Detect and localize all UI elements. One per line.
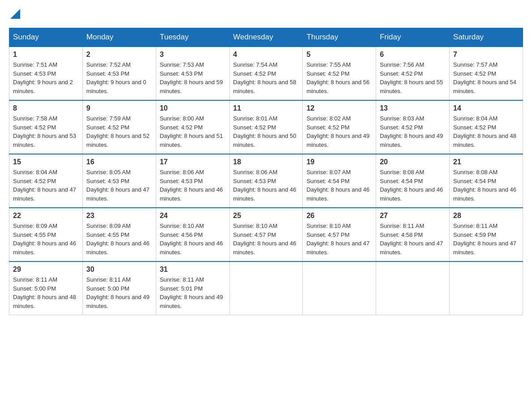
day-info: Sunrise: 8:09 AM Sunset: 4:55 PM Dayligh… [13, 222, 79, 257]
calendar-day-cell: 22 Sunrise: 8:09 AM Sunset: 4:55 PM Dayl… [9, 208, 83, 261]
calendar-empty-cell [450, 261, 523, 315]
calendar-day-cell: 18 Sunrise: 8:06 AM Sunset: 4:53 PM Dayl… [229, 154, 303, 208]
calendar-day-cell: 25 Sunrise: 8:10 AM Sunset: 4:57 PM Dayl… [229, 208, 303, 261]
sunset-label: Sunset: 4:53 PM [160, 178, 203, 184]
sunset-label: Sunset: 4:54 PM [380, 178, 423, 184]
sunrise-label: Sunrise: 8:11 AM [13, 276, 57, 283]
calendar-day-cell: 28 Sunrise: 8:11 AM Sunset: 4:59 PM Dayl… [450, 208, 523, 261]
sunrise-label: Sunrise: 8:08 AM [453, 169, 498, 176]
calendar-day-cell: 5 Sunrise: 7:55 AM Sunset: 4:52 PM Dayli… [303, 47, 376, 100]
calendar-day-cell: 16 Sunrise: 8:05 AM Sunset: 4:53 PM Dayl… [82, 154, 156, 208]
calendar-week-row: 29 Sunrise: 8:11 AM Sunset: 5:00 PM Dayl… [9, 261, 523, 315]
logo-line1 [9, 9, 20, 19]
day-info: Sunrise: 8:11 AM Sunset: 5:01 PM Dayligh… [160, 275, 226, 310]
weekday-header-monday: Monday [82, 28, 156, 47]
daylight-label: Daylight: 8 hours and 46 minutes. [453, 186, 516, 202]
sunset-label: Sunset: 4:52 PM [13, 124, 56, 131]
sunset-label: Sunset: 4:52 PM [233, 124, 276, 131]
sunset-label: Sunset: 4:56 PM [160, 231, 203, 238]
daylight-label: Daylight: 8 hours and 48 minutes. [453, 133, 516, 148]
calendar-day-cell: 19 Sunrise: 8:07 AM Sunset: 4:54 PM Dayl… [303, 154, 376, 208]
calendar-day-cell: 1 Sunrise: 7:51 AM Sunset: 4:53 PM Dayli… [9, 47, 83, 100]
day-info: Sunrise: 8:03 AM Sunset: 4:52 PM Dayligh… [380, 114, 446, 149]
sunset-label: Sunset: 4:55 PM [13, 231, 56, 238]
day-info: Sunrise: 8:01 AM Sunset: 4:52 PM Dayligh… [233, 114, 299, 149]
day-info: Sunrise: 8:08 AM Sunset: 4:54 PM Dayligh… [453, 168, 519, 203]
sunrise-label: Sunrise: 7:57 AM [453, 61, 498, 68]
sunset-label: Sunset: 4:52 PM [380, 70, 423, 77]
calendar-day-cell: 30 Sunrise: 8:11 AM Sunset: 5:00 PM Dayl… [82, 261, 156, 315]
day-number: 28 [453, 212, 519, 220]
day-info: Sunrise: 8:11 AM Sunset: 4:59 PM Dayligh… [453, 222, 519, 257]
day-number: 29 [13, 265, 79, 274]
logo-triangle-icon [10, 9, 20, 19]
calendar-day-cell: 31 Sunrise: 8:11 AM Sunset: 5:01 PM Dayl… [156, 261, 229, 315]
day-info: Sunrise: 8:11 AM Sunset: 5:00 PM Dayligh… [86, 275, 152, 310]
day-number: 9 [86, 104, 152, 112]
day-info: Sunrise: 8:11 AM Sunset: 4:58 PM Dayligh… [380, 222, 446, 257]
daylight-label: Daylight: 8 hours and 47 minutes. [86, 186, 150, 202]
calendar-day-cell: 26 Sunrise: 8:10 AM Sunset: 4:57 PM Dayl… [303, 208, 376, 261]
day-info: Sunrise: 8:02 AM Sunset: 4:52 PM Dayligh… [306, 114, 372, 149]
sunrise-label: Sunrise: 8:11 AM [380, 223, 424, 229]
day-info: Sunrise: 7:54 AM Sunset: 4:52 PM Dayligh… [233, 60, 299, 95]
day-info: Sunrise: 8:05 AM Sunset: 4:53 PM Dayligh… [86, 168, 152, 203]
calendar-day-cell: 17 Sunrise: 8:06 AM Sunset: 4:53 PM Dayl… [156, 154, 229, 208]
sunrise-label: Sunrise: 8:06 AM [233, 169, 278, 176]
calendar-day-cell: 27 Sunrise: 8:11 AM Sunset: 4:58 PM Dayl… [376, 208, 450, 261]
svg-marker-0 [10, 9, 20, 19]
sunrise-label: Sunrise: 8:11 AM [160, 276, 204, 283]
calendar-day-cell: 7 Sunrise: 7:57 AM Sunset: 4:52 PM Dayli… [450, 47, 523, 100]
sunrise-label: Sunrise: 8:09 AM [13, 223, 57, 229]
calendar-empty-cell [303, 261, 376, 315]
sunrise-label: Sunrise: 8:07 AM [306, 169, 351, 176]
daylight-label: Daylight: 8 hours and 46 minutes. [233, 240, 296, 256]
daylight-label: Daylight: 8 hours and 46 minutes. [233, 186, 296, 202]
daylight-label: Daylight: 8 hours and 49 minutes. [86, 294, 150, 309]
day-number: 6 [380, 51, 446, 59]
daylight-label: Daylight: 8 hours and 47 minutes. [306, 240, 369, 256]
day-number: 1 [13, 51, 79, 59]
calendar-day-cell: 3 Sunrise: 7:53 AM Sunset: 4:53 PM Dayli… [156, 47, 229, 100]
daylight-label: Daylight: 8 hours and 47 minutes. [380, 240, 443, 256]
sunset-label: Sunset: 4:55 PM [86, 231, 129, 238]
calendar-day-cell: 9 Sunrise: 7:59 AM Sunset: 4:52 PM Dayli… [82, 100, 156, 154]
sunset-label: Sunset: 4:53 PM [233, 178, 276, 184]
sunset-label: Sunset: 4:53 PM [86, 178, 129, 184]
sunrise-label: Sunrise: 8:08 AM [380, 169, 424, 176]
day-number: 7 [453, 51, 519, 59]
sunset-label: Sunset: 4:53 PM [13, 70, 56, 77]
sunset-label: Sunset: 4:52 PM [233, 70, 276, 77]
daylight-label: Daylight: 8 hours and 53 minutes. [13, 133, 76, 148]
calendar-day-cell: 11 Sunrise: 8:01 AM Sunset: 4:52 PM Dayl… [229, 100, 303, 154]
day-info: Sunrise: 8:00 AM Sunset: 4:52 PM Dayligh… [160, 114, 226, 149]
sunset-label: Sunset: 4:52 PM [86, 124, 129, 131]
sunset-label: Sunset: 4:52 PM [160, 124, 203, 131]
calendar-day-cell: 10 Sunrise: 8:00 AM Sunset: 4:52 PM Dayl… [156, 100, 229, 154]
daylight-label: Daylight: 8 hours and 49 minutes. [306, 133, 369, 148]
day-info: Sunrise: 8:07 AM Sunset: 4:54 PM Dayligh… [306, 168, 372, 203]
sunrise-label: Sunrise: 8:03 AM [380, 115, 424, 122]
daylight-label: Daylight: 8 hours and 58 minutes. [233, 79, 296, 94]
daylight-label: Daylight: 8 hours and 55 minutes. [380, 79, 443, 94]
day-number: 31 [160, 265, 226, 274]
day-info: Sunrise: 7:56 AM Sunset: 4:52 PM Dayligh… [380, 60, 446, 95]
day-info: Sunrise: 8:09 AM Sunset: 4:55 PM Dayligh… [86, 222, 152, 257]
sunset-label: Sunset: 5:01 PM [160, 285, 203, 292]
sunrise-label: Sunrise: 8:05 AM [86, 169, 131, 176]
sunset-label: Sunset: 4:54 PM [453, 178, 496, 184]
sunset-label: Sunset: 4:52 PM [453, 124, 496, 131]
day-number: 4 [233, 51, 299, 59]
daylight-label: Daylight: 8 hours and 47 minutes. [453, 240, 516, 256]
day-number: 30 [86, 265, 152, 274]
day-info: Sunrise: 8:10 AM Sunset: 4:57 PM Dayligh… [306, 222, 372, 257]
sunset-label: Sunset: 4:57 PM [306, 231, 349, 238]
daylight-label: Daylight: 8 hours and 59 minutes. [160, 79, 223, 94]
weekday-header-saturday: Saturday [450, 28, 523, 47]
sunset-label: Sunset: 4:58 PM [380, 231, 423, 238]
sunrise-label: Sunrise: 7:55 AM [306, 61, 351, 68]
sunrise-label: Sunrise: 8:09 AM [86, 223, 131, 229]
calendar-day-cell: 15 Sunrise: 8:04 AM Sunset: 4:52 PM Dayl… [9, 154, 83, 208]
day-number: 22 [13, 212, 79, 220]
sunrise-label: Sunrise: 7:51 AM [13, 61, 57, 68]
